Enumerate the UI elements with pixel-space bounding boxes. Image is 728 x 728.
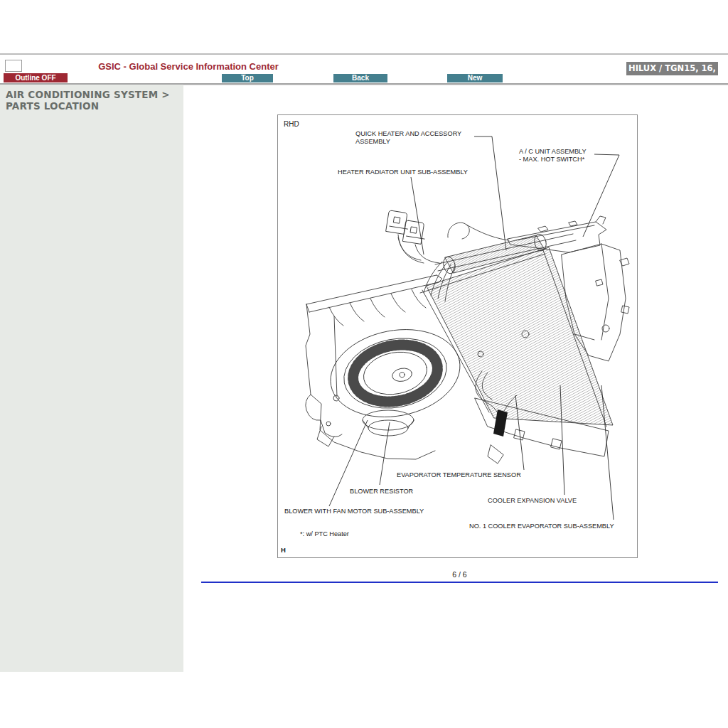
parts-location-diagram: RHD QUICK HEATER AND ACCESSORY ASSEMBLY …	[277, 114, 638, 559]
label-ac-unit-1: A / C UNIT ASSEMBLY	[519, 148, 587, 155]
page-indicator: 6 / 6	[201, 570, 718, 579]
pager-divider-line	[201, 582, 718, 583]
back-button[interactable]: Back	[333, 74, 387, 82]
top-button[interactable]: Top	[222, 74, 273, 82]
breadcrumb-line2: PARTS LOCATION	[6, 100, 170, 112]
label-blower-resistor: BLOWER RESISTOR	[350, 488, 414, 495]
sidebar: AIR CONDITIONING SYSTEM > PARTS LOCATION	[0, 85, 183, 672]
app-title: GSIC - Global Service Information Center	[0, 61, 377, 72]
label-no1-cooler-evaporator: NO. 1 COOLER EVAPORATOR SUB-ASSEMBLY	[469, 523, 614, 530]
breadcrumb: AIR CONDITIONING SYSTEM > PARTS LOCATION	[6, 89, 170, 112]
vehicle-model-badge: HILUX / TGN15, 16,	[626, 62, 718, 75]
label-evaporator-sensor: EVAPORATOR TEMPERATURE SENSOR	[397, 471, 521, 478]
label-blower-fan-motor: BLOWER WITH FAN MOTOR SUB-ASSEMBLY	[284, 508, 424, 515]
layout-code-label: RHD	[284, 120, 299, 128]
outline-off-button[interactable]: Outline OFF	[4, 73, 68, 82]
label-quick-heater-2: ASSEMBLY	[355, 138, 390, 145]
label-cooler-expansion-valve: COOLER EXPANSION VALVE	[488, 497, 577, 504]
label-quick-heater-1: QUICK HEATER AND ACCESSORY	[355, 130, 461, 137]
label-heater-radiator: HEATER RADIATOR UNIT SUB-ASSEMBLY	[338, 168, 468, 176]
new-button[interactable]: New	[447, 74, 503, 82]
page-mark-label: H	[281, 546, 286, 554]
gsic-window: GSIC - Global Service Information Center…	[0, 0, 728, 728]
breadcrumb-line1: AIR CONDITIONING SYSTEM >	[6, 89, 170, 100]
diagram-footnote: *: w/ PTC Heater	[300, 530, 349, 537]
top-divider	[0, 53, 728, 55]
label-ac-unit-2: - MAX. HOT SWITCH*	[519, 156, 585, 163]
